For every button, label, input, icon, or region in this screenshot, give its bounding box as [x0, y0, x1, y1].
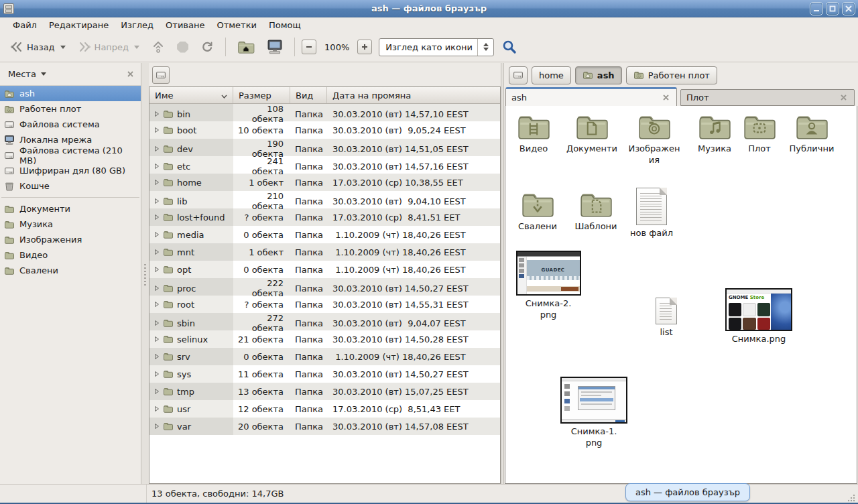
column-header-size[interactable]: Размер: [233, 87, 290, 103]
table-row[interactable]: dev190 обектаПапка30.03.2010 (вт) 14,51,…: [149, 139, 500, 156]
sidebar-item-downloads[interactable]: Свалени: [0, 263, 141, 278]
folder-images[interactable]: Изображения: [626, 113, 682, 166]
expander-icon[interactable]: [154, 388, 160, 395]
folder-templates[interactable]: Шаблони: [567, 190, 625, 233]
window-titlebar[interactable]: ash — файлов браузър: [0, 0, 858, 17]
up-button[interactable]: [147, 37, 170, 57]
file-new-file[interactable]: нов файл: [623, 188, 680, 239]
column-header-name[interactable]: Име: [149, 87, 233, 103]
expander-icon[interactable]: [154, 249, 160, 255]
sidebar-item-desktop[interactable]: Работен плот: [0, 101, 141, 117]
table-row[interactable]: sys11 обектаПапка30.03.2010 (вт) 14,50,2…: [149, 365, 500, 383]
expander-icon[interactable]: [154, 111, 160, 117]
folder-public[interactable]: Публични: [783, 113, 841, 155]
expander-icon[interactable]: [154, 163, 160, 170]
reload-button[interactable]: [196, 37, 219, 57]
tab-desktop[interactable]: Плот: [680, 89, 855, 106]
zoom-in-button[interactable]: [357, 40, 372, 54]
tab-close-button[interactable]: [838, 92, 849, 103]
expander-icon[interactable]: [154, 266, 160, 273]
expander-icon[interactable]: [154, 179, 160, 186]
path-root-button[interactable]: [509, 66, 528, 84]
expander-icon[interactable]: [154, 320, 160, 326]
back-history-caret[interactable]: [60, 46, 66, 49]
sidebar-splitter[interactable]: [141, 63, 149, 484]
back-button[interactable]: Назад: [5, 38, 70, 56]
view-mode-stepper[interactable]: [477, 39, 493, 56]
zoom-out-button[interactable]: [302, 40, 316, 54]
sidebar-item-filesystem-210mb[interactable]: Файлова система (210 MB): [0, 147, 141, 163]
folder-videos[interactable]: Видео: [507, 113, 560, 155]
table-row[interactable]: bin108 обектаПапка30.03.2010 (вт) 14,57,…: [149, 104, 500, 121]
home-button[interactable]: [233, 36, 259, 58]
menu-view[interactable]: Изглед: [115, 19, 160, 32]
expander-icon[interactable]: [154, 301, 160, 308]
sidebar-item-music[interactable]: Музика: [0, 216, 141, 232]
table-row[interactable]: mnt1 обектПапка 1.10.2009 (чт) 18,40,26 …: [149, 243, 500, 261]
expander-icon[interactable]: [154, 336, 160, 342]
expander-icon[interactable]: [154, 405, 160, 412]
menu-file[interactable]: Файл: [7, 19, 43, 32]
expander-icon[interactable]: [154, 127, 160, 133]
expander-icon[interactable]: [154, 214, 160, 220]
table-row[interactable]: selinux21 обектаПапка30.03.2010 (вт) 14,…: [149, 330, 500, 348]
tab-close-button[interactable]: [660, 92, 671, 103]
table-row[interactable]: home1 обектПапка17.03.2010 (ср) 10,38,55…: [149, 174, 500, 191]
sidebar-item-filesystem[interactable]: Файлова система: [0, 117, 141, 132]
expander-icon[interactable]: [154, 198, 160, 204]
file-list[interactable]: list: [643, 298, 690, 338]
expander-icon[interactable]: [154, 353, 160, 360]
folder-music[interactable]: Музика: [686, 113, 743, 155]
sidebar-item-ash[interactable]: ash: [0, 86, 141, 101]
path-button-desktop[interactable]: Работен плот: [626, 66, 717, 84]
stop-button[interactable]: [172, 38, 193, 56]
table-row[interactable]: etc241 обектаПапка30.03.2010 (вт) 14,57,…: [149, 156, 500, 174]
table-row[interactable]: root? обектаПапка30.03.2010 (вт) 14,55,3…: [149, 296, 500, 313]
table-row[interactable]: opt0 обектаПапка 1.10.2009 (чт) 18,40,26…: [149, 261, 500, 278]
menu-bookmarks[interactable]: Отметки: [210, 19, 262, 32]
computer-button[interactable]: [262, 36, 288, 58]
expander-icon[interactable]: [154, 423, 160, 430]
tab-ash[interactable]: ash: [505, 87, 677, 106]
table-row[interactable]: srv0 обектаПапка 1.10.2009 (чт) 18,40,26…: [149, 348, 500, 365]
expander-icon[interactable]: [154, 371, 160, 377]
sidebar-mode-select[interactable]: Места: [8, 69, 125, 79]
sidebar-item-videos[interactable]: Видео: [0, 247, 141, 263]
file-snimka-1-png[interactable]: Снимка-1.png: [559, 377, 629, 449]
file-snimka-2-png[interactable]: GUADEC Снимка-2.png: [515, 251, 582, 321]
table-row[interactable]: sbin272 обектаПапка30.03.2010 (вт) 9,04,…: [149, 313, 500, 330]
sidebar-item-documents[interactable]: Документи: [0, 201, 141, 216]
menu-edit[interactable]: Редактиране: [43, 19, 115, 32]
table-row[interactable]: usr12 обектаПапка17.03.2010 (ср) 8,51,43…: [149, 400, 500, 418]
maximize-button[interactable]: [826, 2, 839, 15]
minimize-button[interactable]: [810, 2, 823, 15]
path-button-ash[interactable]: ash: [575, 66, 622, 84]
expander-icon[interactable]: [154, 145, 160, 152]
resize-grip[interactable]: [848, 494, 856, 502]
forward-history-caret[interactable]: [134, 46, 139, 49]
pane-root-button[interactable]: [152, 66, 170, 84]
view-mode-select[interactable]: Изглед като икони: [379, 38, 494, 56]
table-row[interactable]: lib210 обектаПапка30.03.2010 (вт) 9,04,1…: [149, 191, 500, 208]
path-button-home[interactable]: home: [532, 66, 571, 84]
sidebar-close-button[interactable]: [125, 69, 135, 80]
expander-icon[interactable]: [154, 231, 160, 238]
folder-desktop[interactable]: Плот: [739, 113, 780, 155]
table-row[interactable]: boot10 обектаПапка30.03.2010 (вт) 9,05,2…: [149, 121, 500, 139]
table-row[interactable]: var20 обектаПапка30.03.2010 (вт) 14,57,0…: [149, 418, 500, 435]
folder-documents[interactable]: Документи: [561, 113, 623, 155]
sidebar-item-pictures[interactable]: Изображения: [0, 232, 141, 247]
close-button[interactable]: [842, 2, 855, 15]
file-snimka-png[interactable]: GNOME Store Снимка.png: [721, 288, 796, 345]
sidebar-item-trash[interactable]: Кошче: [0, 178, 141, 194]
column-header-kind[interactable]: Вид: [290, 87, 327, 103]
table-row[interactable]: tmp13 обектаПапка30.03.2010 (вт) 15,07,2…: [149, 383, 500, 400]
expander-icon[interactable]: [154, 285, 160, 292]
forward-button[interactable]: Напред: [73, 38, 144, 56]
table-row[interactable]: media0 обектаПапка 1.10.2009 (чт) 18,40,…: [149, 226, 500, 243]
folder-downloads[interactable]: Свалени: [509, 190, 566, 233]
icon-view[interactable]: Видео Документи Изображения Музика Плот …: [505, 106, 857, 484]
menu-go[interactable]: Отиване: [160, 19, 210, 32]
search-button[interactable]: [497, 36, 522, 58]
sidebar-item-encrypted-80gb[interactable]: Шифриран дял (80 GB): [0, 163, 141, 178]
